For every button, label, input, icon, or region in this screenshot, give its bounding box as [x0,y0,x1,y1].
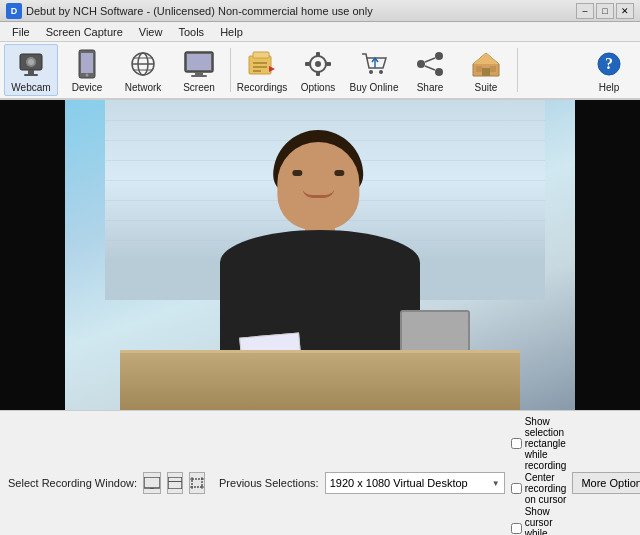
preview-inner [0,100,640,410]
minimize-button[interactable]: – [576,3,594,19]
svg-rect-6 [81,53,93,73]
svg-marker-22 [269,66,275,72]
webcam-preview [65,100,575,410]
person-preview [160,130,480,410]
recording-options-group: Show selection rectangle while recording… [511,416,567,535]
svg-rect-45 [168,481,182,482]
close-button[interactable]: ✕ [616,3,634,19]
show-rect-label: Show selection rectangle while recording [525,416,567,471]
svg-point-30 [379,70,383,74]
svg-point-33 [417,60,425,68]
svg-rect-39 [490,66,496,72]
select-window-label: Select Recording Window: [8,477,137,489]
previous-selections-label: Previous Selections: [219,477,319,489]
svg-rect-38 [476,66,482,72]
select-region-button[interactable] [189,472,205,494]
svg-line-36 [425,66,435,70]
tool-suite[interactable]: Suite [459,44,513,96]
menu-bar: File Screen Capture View Tools Help [0,22,640,42]
black-panel-left [0,100,65,410]
svg-point-24 [315,61,321,67]
tool-help[interactable]: ? Help [582,44,636,96]
svg-rect-4 [24,74,38,76]
show-cursor-option: Show cursor while recording [511,506,567,535]
svg-text:?: ? [605,55,613,72]
svg-rect-28 [326,62,331,66]
tool-help-label: Help [599,82,620,93]
black-panel-right [575,100,640,410]
maximize-button[interactable]: □ [596,3,614,19]
center-cursor-checkbox[interactable] [511,483,522,494]
svg-rect-16 [191,75,207,77]
title-bar: D Debut by NCH Software - (Unlicensed) N… [0,0,640,22]
menu-view[interactable]: View [131,24,171,40]
tool-recordings[interactable]: Recordings [235,44,289,96]
tool-screen-label: Screen [183,82,215,93]
tool-share-label: Share [417,82,444,93]
blind-1 [105,120,545,121]
tool-webcam-label: Webcam [11,82,50,93]
svg-rect-3 [28,70,34,74]
tool-screen[interactable]: Screen [172,44,226,96]
svg-rect-43 [150,488,154,489]
tool-buy-online-label: Buy Online [350,82,399,93]
title-bar-left: D Debut by NCH Software - (Unlicensed) N… [6,3,373,19]
tool-device[interactable]: Device [60,44,114,96]
more-options-button[interactable]: More Options... [572,472,640,494]
dropdown-arrow: ▼ [492,479,500,488]
svg-line-35 [425,58,435,62]
menu-tools[interactable]: Tools [170,24,212,40]
screen-toolbar-icon [183,48,215,80]
buy-online-icon [358,48,390,80]
controls-area: Select Recording Window: Previous Select… [0,410,640,535]
svg-rect-25 [316,52,320,57]
svg-point-34 [435,68,443,76]
svg-point-2 [28,59,34,65]
tool-network-label: Network [125,82,162,93]
svg-rect-44 [168,477,182,489]
show-rect-option: Show selection rectangle while recording [511,416,567,471]
suite-icon [470,48,502,80]
svg-rect-26 [316,71,320,76]
tool-webcam[interactable]: Webcam [4,44,58,96]
menu-help[interactable]: Help [212,24,251,40]
select-monitor-button[interactable] [143,472,161,494]
share-icon [414,48,446,80]
menu-file[interactable]: File [4,24,38,40]
svg-point-32 [435,52,443,60]
show-cursor-checkbox[interactable] [511,523,522,534]
show-rect-checkbox[interactable] [511,438,522,449]
center-cursor-label: Center recording on cursor [525,472,567,505]
menu-screen-capture[interactable]: Screen Capture [38,24,131,40]
network-icon [127,48,159,80]
show-cursor-label: Show cursor while recording [525,506,567,535]
tool-device-label: Device [72,82,103,93]
svg-rect-15 [195,72,203,75]
toolbar: Webcam Device Network [0,42,640,100]
previous-selection-value: 1920 x 1080 Virtual Desktop [330,477,468,489]
device-icon [71,48,103,80]
recordings-icon [246,48,278,80]
help-icon: ? [593,48,625,80]
tool-network[interactable]: Network [116,44,170,96]
preview-area [0,100,640,410]
toolbar-separator-1 [230,48,231,92]
svg-rect-27 [305,62,310,66]
svg-rect-37 [482,68,490,76]
tool-options[interactable]: Options [291,44,345,96]
previous-selections-dropdown[interactable]: 1920 x 1080 Virtual Desktop ▼ [325,472,505,494]
app-icon: D [6,3,22,19]
svg-rect-46 [192,479,202,487]
tool-share[interactable]: Share [403,44,457,96]
window-title: Debut by NCH Software - (Unlicensed) Non… [26,5,373,17]
title-bar-controls: – □ ✕ [576,3,634,19]
tool-buy-online[interactable]: Buy Online [347,44,401,96]
select-window-button[interactable] [167,472,183,494]
person-face-details [277,150,359,210]
options-icon [302,48,334,80]
center-cursor-option: Center recording on cursor [511,472,567,505]
svg-point-29 [369,70,373,74]
svg-rect-14 [187,54,211,70]
svg-rect-18 [253,52,269,58]
laptop-prop [400,310,470,355]
